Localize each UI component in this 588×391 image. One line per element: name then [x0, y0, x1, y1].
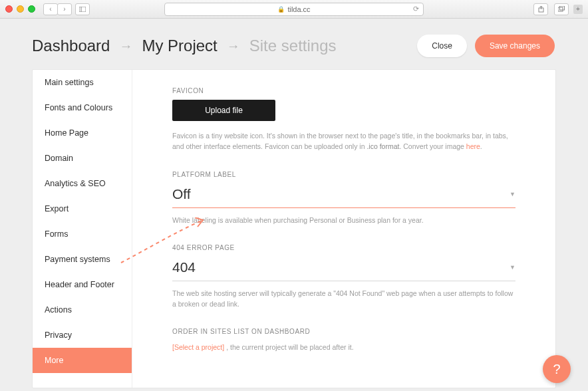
url-bar[interactable]: 🔒 tilda.cc ⟳ [164, 3, 424, 16]
order-text: , the current project will be placed aft… [224, 343, 353, 351]
platform-label-value: Off [172, 186, 191, 202]
order-title: ORDER IN SITES LIST ON DASHBOARD [172, 328, 515, 335]
settings-content: FAVICON Upload file Favicon is a tiny we… [132, 70, 555, 388]
page-body: Dashboard → My Project → Site settings C… [0, 19, 588, 391]
back-button[interactable]: ‹ [43, 3, 58, 15]
error-page-title: 404 ERROR PAGE [172, 244, 515, 251]
favicon-desc-mid: . Convert your image [399, 142, 466, 150]
chevron-right-icon: → [119, 39, 132, 54]
help-button[interactable]: ? [543, 355, 571, 383]
platform-label-block: PLATFORM LABEL Off ▼ White labeling is a… [172, 171, 515, 225]
sidebar-item-forms[interactable]: Forms [33, 221, 132, 247]
sidebar-toggle-button[interactable] [75, 3, 90, 15]
platform-label-select[interactable]: Off ▼ [172, 184, 515, 208]
reload-icon[interactable]: ⟳ [413, 5, 419, 13]
sidebar-item-home-page[interactable]: Home Page [33, 120, 132, 146]
tabs-button[interactable] [554, 3, 569, 15]
order-select-project-link[interactable]: [Select a project] [172, 343, 224, 351]
chevron-right-icon: → [227, 39, 240, 54]
crumb-current: Site settings [249, 37, 337, 55]
favicon-desc-post: . [480, 142, 482, 150]
favicon-convert-link[interactable]: here [466, 142, 480, 150]
share-button[interactable] [533, 3, 548, 15]
breadcrumb: Dashboard → My Project → Site settings [32, 37, 337, 55]
sidebar-item-domain[interactable]: Domain [33, 146, 132, 171]
error-page-select[interactable]: 404 ▼ [172, 257, 515, 281]
help-icon: ? [553, 362, 560, 377]
settings-sidebar: Main settings Fonts and Colours Home Pag… [33, 70, 132, 388]
save-button[interactable]: Save changes [475, 35, 555, 57]
nav-buttons: ‹ › [43, 3, 89, 15]
close-window-icon[interactable] [5, 5, 13, 13]
sidebar-item-privacy[interactable]: Privacy [33, 323, 132, 348]
svg-rect-5 [560, 6, 565, 10]
sidebar-item-export[interactable]: Export [33, 196, 132, 221]
chevron-down-icon: ▼ [510, 264, 515, 271]
sidebar-item-main-settings[interactable]: Main settings [33, 70, 132, 95]
platform-label-title: PLATFORM LABEL [172, 171, 515, 178]
sidebar-item-analytics-seo[interactable]: Analytics & SEO [33, 171, 132, 196]
minimize-window-icon[interactable] [17, 5, 24, 13]
favicon-description: Favicon is a tiny website icon. It's sho… [172, 130, 515, 152]
crumb-project[interactable]: My Project [142, 37, 217, 55]
close-button[interactable]: Close [417, 35, 467, 57]
window-controls [5, 5, 35, 13]
new-tab-button[interactable]: + [573, 5, 583, 14]
maximize-window-icon[interactable] [28, 5, 35, 13]
error-page-value: 404 [172, 259, 196, 275]
lock-icon: 🔒 [277, 6, 285, 13]
svg-rect-4 [558, 7, 563, 11]
settings-panel: Main settings Fonts and Colours Home Pag… [32, 69, 556, 388]
forward-button[interactable]: › [57, 3, 72, 15]
browser-chrome: ‹ › 🔒 tilda.cc ⟳ + [0, 0, 588, 19]
url-text: tilda.cc [287, 5, 310, 13]
order-block: ORDER IN SITES LIST ON DASHBOARD [Select… [172, 328, 515, 352]
chevron-down-icon: ▼ [510, 191, 515, 197]
favicon-block: FAVICON Upload file Favicon is a tiny we… [172, 87, 515, 152]
page-header: Dashboard → My Project → Site settings C… [0, 19, 588, 69]
platform-label-note: White labeling is available when purchas… [172, 215, 515, 225]
favicon-label: FAVICON [172, 87, 515, 94]
sidebar-item-header-footer[interactable]: Header and Footer [33, 272, 132, 297]
crumb-dashboard[interactable]: Dashboard [32, 37, 110, 55]
sidebar-item-more[interactable]: More [33, 348, 132, 373]
sidebar-item-actions[interactable]: Actions [33, 297, 132, 323]
sidebar-item-payment-systems[interactable]: Payment systems [33, 247, 132, 272]
favicon-desc-format: .ico format [367, 142, 399, 150]
upload-favicon-button[interactable]: Upload file [172, 100, 275, 121]
error-page-note: The web site hosting server will typical… [172, 288, 515, 310]
svg-rect-0 [79, 7, 86, 12]
sidebar-item-fonts-colours[interactable]: Fonts and Colours [33, 95, 132, 120]
error-page-block: 404 ERROR PAGE 404 ▼ The web site hostin… [172, 244, 515, 310]
